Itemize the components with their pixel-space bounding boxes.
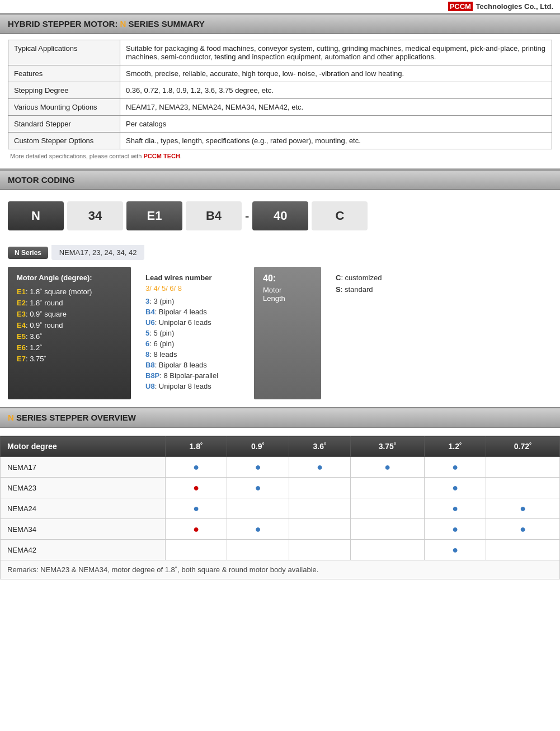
lead-wires-key: U8 [145,382,155,390]
specs-row: Stepping Degree0.36, 0.72, 1.8, 0.9, 1.2… [8,82,552,99]
lead-wires-val: : Unipolar 8 leads [155,382,211,390]
overview-row-cell: ● [165,498,227,519]
overview-row-cell: ● [424,519,486,540]
overview-dot: ● [193,482,199,493]
lead-wires-key: U6 [145,318,155,327]
overview-row-cell [486,540,560,560]
overview-row-cell [289,519,351,540]
overview-row: NEMA42● [1,540,560,560]
overview-row-cell [289,478,351,498]
specs-label: Typical Applications [8,40,120,65]
overview-row: NEMA24●●● [1,498,560,519]
lead-wires-entry: U8: Unipolar 8 leads [145,382,239,390]
n-series-badge: N Series NEMA17, 23, 24, 34, 42 [8,245,552,262]
motor-length-label1: Motor [263,286,312,294]
coding-box: 34 [67,201,123,230]
coding-columns: Motor Angle (degree): E1: 1.8˚ square (m… [8,267,552,407]
motor-angle-entry: E6: 1.2˚ [17,343,122,352]
overview-section: Motor degree1.8˚0.9˚3.6˚3.75˚1.2˚0.72˚ N… [0,436,560,579]
col-motor-angle: Motor Angle (degree): E1: 1.8˚ square (m… [8,267,131,399]
coding-box: C [312,201,368,230]
overview-row: NEMA17●●●●● [1,457,560,478]
lead-wires-val: : 6 (pin) [149,339,174,348]
overview-row-label: NEMA23 [1,478,166,498]
lead-wires-val: : 8 leads [149,350,177,359]
specs-label: Custom Stepper Options [8,133,120,149]
overview-row-cell: ● [424,478,486,498]
overview-row-label: NEMA34 [1,519,166,540]
specs-row: Various Mounting OptionsNEAM17, NEMA23, … [8,99,552,116]
motor-length-num: 40: [263,273,312,284]
specs-label: Stepping Degree [8,82,120,99]
motor-angle-val: : 1.8˚ square (motor) [26,287,92,296]
specs-row: Standard StepperPer catalogs [8,116,552,133]
overview-row-cell [165,540,227,560]
overview-row-cell: ● [227,457,289,478]
specs-value: Per catalogs [120,116,552,133]
specs-value: Suitable for packaging & food machines, … [120,40,552,65]
col-customized: C: customizedS: standard [327,267,411,399]
overview-row-cell: ● [424,540,486,560]
n-series-wrapper: N Series NEMA17, 23, 24, 34, 42 Motor An… [0,239,560,407]
overview-row-cell [351,519,424,540]
overview-dot: ● [193,503,199,514]
overview-row-cell [486,478,560,498]
overview-row-cell: ● [351,457,424,478]
lead-wires-val: : Unipolar 6 leads [155,318,211,327]
motor-angle-title: Motor Angle (degree): [17,273,122,282]
overview-header: 1.8˚ [165,436,227,457]
coding-dash: - [245,209,249,223]
specs-row: Typical ApplicationsSuitable for packagi… [8,40,552,65]
motor-angle-key: E5 [17,332,26,341]
logo-pccm: PCCM [448,2,473,11]
overview-row: NEMA34●●●● [1,519,560,540]
motor-angle-entry: E3: 0.9˚ square [17,310,122,318]
overview-row-cell [486,457,560,478]
lead-wires-entry: B8P: 8 Bipolar-parallel [145,371,239,380]
overview-header: 0.9˚ [227,436,289,457]
overview-row-cell: ● [227,519,289,540]
overview-header: 3.75˚ [351,436,424,457]
specs-label: Standard Stepper [8,116,120,133]
motor-angle-entry: E1: 1.8˚ square (motor) [17,287,122,296]
col-motor-length: 40: Motor Length [254,267,321,399]
customized-key: C [336,273,341,282]
n-series-desc: NEMA17, 23, 24, 34, 42 [51,245,145,260]
lead-wires-entry: 3: 3 (pin) [145,297,239,305]
motor-angle-val: : 0.9˚ round [26,321,63,329]
section3-highlight: N [8,413,14,422]
specs-label: Various Mounting Options [8,99,120,116]
overview-row-cell [351,498,424,519]
section2-title: MOTOR CODING [0,169,560,190]
motor-angle-entry: E4: 0.9˚ round [17,321,122,329]
overview-row-cell [289,498,351,519]
motor-angle-key: E1 [17,287,26,296]
logo-suffix: Technologies Co., Ltd. [474,2,553,11]
overview-dot: ● [255,524,261,535]
customized-entry: S: standard [336,285,402,294]
lead-wires-val: : Bipolar 8 leads [155,361,207,369]
overview-row-cell: ● [424,498,486,519]
coding-box: 40 [252,201,308,230]
lead-wires-entry: B8: Bipolar 8 leads [145,361,239,369]
overview-row-cell [351,478,424,498]
overview-dot: ● [452,544,458,555]
lead-wires-entry: U6: Unipolar 6 leads [145,318,239,327]
overview-dot: ● [520,503,526,514]
overview-header: 1.2˚ [424,436,486,457]
lead-wires-entry: B4: Bipolar 4 leads [145,308,239,316]
motor-angle-val: : 3.75˚ [26,355,46,363]
lead-wires-val: : Bipolar 4 leads [155,308,207,316]
overview-row-cell: ● [424,457,486,478]
overview-dot: ● [255,482,261,493]
lead-wires-val: : 5 (pin) [149,329,174,337]
logo: PCCM Technologies Co., Ltd. [448,2,553,11]
section3-title: N SERIES STEPPER OVERVIEW [0,407,560,428]
specs-value: Smooth, precise, reliable, accurate, hig… [120,65,552,82]
coding-box: B4 [186,201,242,230]
note-text-before: More detailed specifications, please con… [10,153,143,159]
overview-row-cell [351,540,424,560]
section2-title-text: MOTOR CODING [8,175,75,185]
lead-wires-entry: 6: 6 (pin) [145,339,239,348]
section1-title-prefix: HYBRID STEPPER MOTOR: [8,19,120,29]
